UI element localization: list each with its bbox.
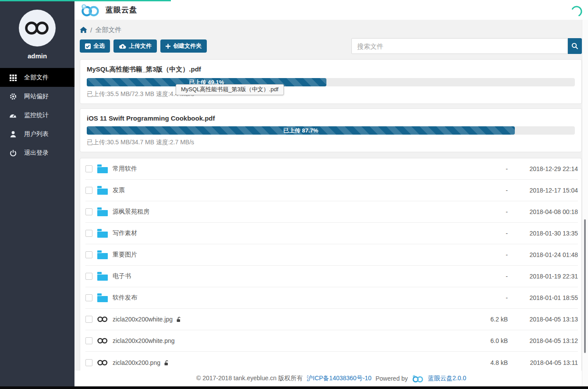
row-checkbox[interactable] bbox=[85, 294, 92, 301]
icp-link[interactable]: 沪ICP备14038360号-10 bbox=[307, 375, 372, 382]
file-size: - bbox=[464, 165, 508, 172]
power-icon bbox=[9, 150, 17, 157]
sidebar-item-label: 全部文件 bbox=[24, 74, 49, 82]
file-date: 2018-04-05 13:12 bbox=[508, 337, 578, 344]
scrollbar-track[interactable] bbox=[582, 20, 588, 386]
loading-spinner-icon bbox=[570, 5, 583, 19]
file-date: 2018-01-24 01:48 bbox=[508, 251, 578, 258]
sidebar-item-monitoring[interactable]: 监控统计 bbox=[0, 106, 74, 125]
table-row[interactable]: 发票 - 2018-12-17 15:04 bbox=[85, 180, 578, 201]
row-checkbox[interactable] bbox=[85, 273, 92, 280]
sidebar: admin 全部文件 网站偏好 bbox=[0, 0, 74, 386]
row-checkbox[interactable] bbox=[85, 316, 92, 323]
magnifier-icon bbox=[571, 43, 578, 50]
check-square-icon bbox=[85, 43, 91, 49]
sidebar-item-site-preferences[interactable]: 网站偏好 bbox=[0, 87, 74, 106]
sidebar-item-label: 用户列表 bbox=[24, 130, 49, 138]
row-checkbox[interactable] bbox=[85, 165, 92, 172]
table-row[interactable]: 电子书 - 2018-01-19 22:31 bbox=[85, 266, 578, 287]
copyright-text: © 2017-2018 tank.eyeblue.cn 版权所有 bbox=[196, 375, 303, 382]
folder-icon bbox=[97, 272, 108, 281]
file-size: 4.8 kB bbox=[464, 359, 508, 366]
table-row[interactable]: zicla200x200white.jpg 6.2 kB 2018-04-05 … bbox=[85, 309, 578, 330]
folder-icon bbox=[97, 229, 108, 238]
table-row[interactable]: zicla200x200white.png 6.0 kB 2018-04-05 … bbox=[85, 330, 578, 352]
upload-progress-bar: 已上传 87.7% bbox=[87, 126, 515, 135]
powered-by-label: Powered by bbox=[375, 375, 408, 382]
file-size: - bbox=[464, 294, 508, 301]
home-icon[interactable] bbox=[80, 27, 87, 33]
window-bottom-bar bbox=[0, 386, 588, 389]
brand-logo-icon bbox=[80, 4, 100, 17]
row-checkbox[interactable] bbox=[85, 337, 92, 344]
create-folder-button[interactable]: 创建文件夹 bbox=[160, 39, 207, 53]
file-date: 2018-04-05 13:13 bbox=[508, 316, 578, 323]
folder-icon bbox=[97, 293, 108, 302]
row-checkbox[interactable] bbox=[85, 208, 92, 215]
file-name[interactable]: 写作素材 bbox=[113, 229, 137, 237]
gear-icon bbox=[9, 93, 17, 100]
file-name[interactable]: zicla200x200white.png bbox=[113, 337, 175, 344]
avatar[interactable] bbox=[19, 10, 56, 46]
upload-filename: MySQL高性能书籍_第3版（中文）.pdf bbox=[87, 65, 575, 74]
grid-icon bbox=[9, 74, 17, 81]
scrollbar-thumb[interactable] bbox=[584, 219, 586, 353]
upload-detail: 已上传:30.5 MB/34.7 MB 速度:2.7 MB/s bbox=[87, 139, 575, 146]
file-name[interactable]: 重要图片 bbox=[113, 251, 137, 259]
upload-tooltip: MySQL高性能书籍_第3版（中文）.pdf bbox=[176, 84, 284, 95]
search-button[interactable] bbox=[568, 38, 582, 54]
footer: © 2017-2018 tank.eyeblue.cn 版权所有 沪ICP备14… bbox=[74, 371, 588, 386]
file-date: 2018-01-01 18:55 bbox=[508, 294, 578, 301]
table-row[interactable]: 软件发布 - 2018-01-01 18:55 bbox=[85, 287, 578, 309]
sidebar-item-all-files[interactable]: 全部文件 bbox=[0, 68, 74, 87]
file-date: 2018-01-19 22:31 bbox=[508, 273, 578, 280]
upload-card: MySQL高性能书籍_第3版（中文）.pdf 已上传 49.1% 已上传:35.… bbox=[80, 59, 582, 104]
table-row[interactable]: zicla200x200.png 4.8 kB 2018-04-05 13:11 bbox=[85, 352, 578, 371]
sidebar-item-logout[interactable]: 退出登录 bbox=[0, 143, 74, 162]
file-name[interactable]: 源枫景苑租房 bbox=[113, 208, 149, 216]
row-checkbox[interactable] bbox=[85, 230, 92, 237]
sidebar-item-user-list[interactable]: 用户列表 bbox=[0, 125, 74, 143]
upload-detail: 已上传:35.5 MB/72.3 MB 速度:4.4 MB/s bbox=[87, 90, 575, 98]
select-all-button[interactable]: 全选 bbox=[80, 39, 110, 53]
folder-icon bbox=[97, 164, 108, 173]
page-title: 蓝眼云盘 bbox=[106, 5, 137, 15]
file-date: 2018-01-30 13:35 bbox=[508, 230, 578, 237]
search-input[interactable] bbox=[351, 38, 568, 54]
row-checkbox[interactable] bbox=[85, 251, 92, 258]
file-name[interactable]: 软件发布 bbox=[113, 294, 137, 302]
app-version-link[interactable]: 蓝眼云盘2.0.0 bbox=[428, 375, 466, 382]
upload-card: iOS 11 Swift Programming Cookbook.pdf 已上… bbox=[80, 108, 582, 152]
table-row[interactable]: 写作素材 - 2018-01-30 13:35 bbox=[85, 223, 578, 244]
file-name[interactable]: zicla200x200white.jpg bbox=[113, 316, 173, 323]
upload-progress-track: 已上传 49.1% bbox=[87, 78, 575, 86]
plus-icon bbox=[166, 44, 170, 49]
unlock-icon bbox=[176, 316, 182, 322]
upload-filename: iOS 11 Swift Programming Cookbook.pdf bbox=[87, 114, 575, 122]
row-checkbox[interactable] bbox=[85, 187, 92, 194]
sidebar-item-label: 网站偏好 bbox=[24, 93, 49, 100]
file-name[interactable]: 电子书 bbox=[113, 272, 131, 280]
file-name[interactable]: 常用软件 bbox=[113, 165, 137, 173]
breadcrumb-current: 全部文件 bbox=[95, 26, 121, 34]
row-checkbox[interactable] bbox=[85, 359, 92, 366]
file-name[interactable]: 发票 bbox=[113, 186, 125, 194]
dashboard-icon bbox=[9, 112, 17, 119]
file-date: 2018-04-05 13:11 bbox=[508, 359, 578, 366]
table-row[interactable]: 源枫景苑租房 - 2018-04-08 00:18 bbox=[85, 201, 578, 223]
folder-icon bbox=[97, 186, 108, 195]
file-date: 2018-12-29 22:14 bbox=[508, 165, 578, 172]
upload-file-label: 上传文件 bbox=[129, 42, 152, 50]
file-size: - bbox=[464, 208, 508, 215]
sidebar-item-label: 监控统计 bbox=[24, 111, 49, 119]
folder-icon bbox=[97, 250, 108, 259]
table-row[interactable]: 常用软件 - 2018-12-29 22:14 bbox=[85, 158, 578, 180]
table-row[interactable]: 重要图片 - 2018-01-24 01:48 bbox=[85, 244, 578, 266]
file-size: - bbox=[464, 230, 508, 237]
select-all-label: 全选 bbox=[93, 42, 105, 50]
app-header: 蓝眼云盘 bbox=[74, 0, 588, 20]
upload-file-button[interactable]: 上传文件 bbox=[113, 39, 157, 53]
breadcrumb: / 全部文件 bbox=[80, 25, 582, 35]
file-name[interactable]: zicla200x200.png bbox=[113, 359, 160, 366]
username-label: admin bbox=[28, 52, 47, 60]
